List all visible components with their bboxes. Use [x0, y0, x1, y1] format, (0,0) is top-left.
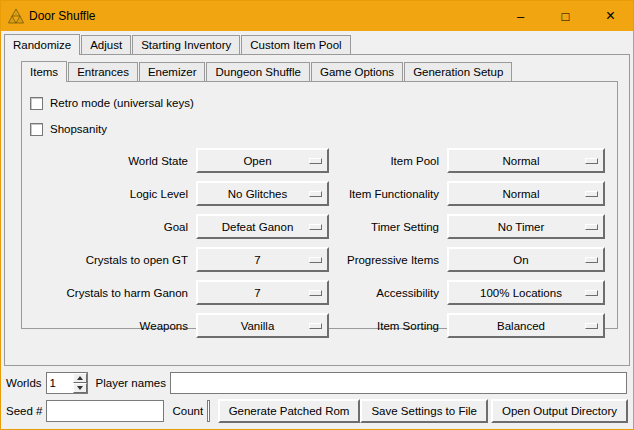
maximize-icon: □	[562, 9, 570, 24]
timer-setting-select[interactable]: No Timer	[447, 214, 605, 239]
goal-value: Defeat Ganon	[222, 221, 304, 233]
minimize-button[interactable]: –	[498, 1, 543, 31]
goal-row: Goal Defeat Ganon	[28, 214, 329, 239]
player-names-input[interactable]	[170, 372, 627, 394]
crystals-ganon-value: 7	[254, 287, 270, 299]
weapons-value: Vanilla	[241, 320, 285, 332]
logic-level-select[interactable]: No Glitches	[196, 181, 329, 206]
close-button[interactable]: ×	[588, 1, 633, 31]
checkbox-retro-mode[interactable]: Retro mode (universal keys)	[30, 92, 617, 114]
goal-select[interactable]: Defeat Ganon	[196, 214, 329, 239]
item-pool-label: Item Pool	[329, 155, 447, 167]
player-names-label: Player names	[96, 377, 166, 389]
checkbox-retro-mode-label: Retro mode (universal keys)	[50, 97, 194, 109]
item-sorting-select[interactable]: Balanced	[447, 313, 605, 338]
worlds-spin-arrows	[73, 373, 87, 393]
dropdown-indicator-icon	[309, 323, 322, 329]
dropdown-indicator-icon	[585, 191, 598, 197]
randomize-pane: Items Entrances Enemizer Dungeon Shuffle…	[4, 54, 630, 366]
checkbox-box-icon	[30, 97, 43, 110]
dropdown-indicator-icon	[309, 191, 322, 197]
tab-randomize[interactable]: Randomize	[4, 34, 80, 55]
goal-label: Goal	[28, 221, 196, 233]
open-output-directory-button[interactable]: Open Output Directory	[491, 399, 628, 423]
generate-patched-rom-button[interactable]: Generate Patched Rom	[218, 399, 361, 423]
tab-generation-setup[interactable]: Generation Setup	[404, 62, 512, 81]
item-sorting-row: Item Sorting Balanced	[329, 313, 605, 338]
tab-game-options[interactable]: Game Options	[311, 62, 403, 81]
seed-label: Seed #	[6, 405, 42, 417]
tab-starting-inventory[interactable]: Starting Inventory	[132, 35, 240, 54]
item-pool-value: Normal	[502, 155, 549, 167]
timer-setting-value: No Timer	[498, 221, 555, 233]
timer-setting-label: Timer Setting	[329, 221, 447, 233]
window-title: Door Shuffle	[29, 9, 96, 23]
worlds-input[interactable]	[47, 373, 73, 393]
accessibility-value: 100% Locations	[480, 287, 572, 299]
count-input[interactable]	[208, 401, 209, 421]
save-settings-button[interactable]: Save Settings to File	[360, 399, 487, 423]
item-functionality-select[interactable]: Normal	[447, 181, 605, 206]
accessibility-label: Accessibility	[329, 287, 447, 299]
accessibility-row: Accessibility 100% Locations	[329, 280, 605, 305]
item-sorting-label: Item Sorting	[329, 320, 447, 332]
tab-enemizer[interactable]: Enemizer	[139, 62, 206, 81]
maximize-button[interactable]: □	[543, 1, 588, 31]
progressive-items-select[interactable]: On	[447, 247, 605, 272]
dropdown-indicator-icon	[585, 323, 598, 329]
logic-level-label: Logic Level	[28, 188, 196, 200]
world-state-select[interactable]: Open	[196, 148, 329, 173]
worlds-spinbox[interactable]	[46, 372, 88, 394]
worlds-spin-up-button[interactable]	[73, 373, 87, 383]
titlebar[interactable]: Door Shuffle – □ ×	[1, 1, 633, 31]
item-functionality-row: Item Functionality Normal	[329, 181, 605, 206]
logic-level-row: Logic Level No Glitches	[28, 181, 329, 206]
dropdown-indicator-icon	[309, 224, 322, 230]
weapons-label: Weapons	[28, 320, 196, 332]
accessibility-select[interactable]: 100% Locations	[447, 280, 605, 305]
count-spinbox[interactable]	[207, 400, 209, 422]
crystals-ganon-select[interactable]: 7	[196, 280, 329, 305]
down-arrow-icon	[77, 386, 83, 390]
weapons-select[interactable]: Vanilla	[196, 313, 329, 338]
world-state-value: Open	[243, 155, 281, 167]
seed-row: Seed # Count Generate Patched Rom Save S…	[6, 399, 628, 423]
tab-entrances[interactable]: Entrances	[68, 62, 138, 81]
door-shuffle-window: Door Shuffle – □ × Randomize Adjust Star…	[0, 0, 634, 430]
item-functionality-value: Normal	[502, 188, 549, 200]
progressive-items-label: Progressive Items	[329, 254, 447, 266]
close-icon: ×	[606, 7, 615, 25]
tab-items[interactable]: Items	[21, 61, 67, 82]
weapons-row: Weapons Vanilla	[28, 313, 329, 338]
world-state-row: World State Open	[28, 148, 329, 173]
world-state-label: World State	[28, 155, 196, 167]
timer-setting-row: Timer Setting No Timer	[329, 214, 605, 239]
up-arrow-icon	[77, 376, 83, 380]
item-pool-select[interactable]: Normal	[447, 148, 605, 173]
right-options-column: Item Pool Normal Item Functionality Norm…	[329, 148, 605, 346]
crystals-gt-select[interactable]: 7	[196, 247, 329, 272]
crystals-ganon-label: Crystals to harm Ganon	[28, 287, 196, 299]
checkbox-shopsanity[interactable]: Shopsanity	[30, 118, 617, 140]
seed-input[interactable]	[46, 400, 164, 422]
app-icon	[8, 8, 24, 24]
crystals-gt-label: Crystals to open GT	[28, 254, 196, 266]
main-tab-bar: Randomize Adjust Starting Inventory Cust…	[4, 34, 633, 54]
dropdown-indicator-icon	[585, 290, 598, 296]
checkbox-box-icon	[30, 123, 43, 136]
crystals-gt-value: 7	[254, 254, 270, 266]
worlds-spin-down-button[interactable]	[73, 383, 87, 393]
dropdown-indicator-icon	[585, 257, 598, 263]
tab-adjust[interactable]: Adjust	[81, 35, 131, 54]
left-options-column: World State Open Logic Level No Glitches	[28, 148, 329, 346]
items-pane: Retro mode (universal keys) Shopsanity W…	[21, 81, 618, 329]
crystals-gt-row: Crystals to open GT 7	[28, 247, 329, 272]
sub-tab-bar: Items Entrances Enemizer Dungeon Shuffle…	[21, 61, 629, 81]
item-functionality-label: Item Functionality	[329, 188, 447, 200]
tab-custom-item-pool[interactable]: Custom Item Pool	[241, 35, 350, 54]
count-label: Count	[172, 405, 203, 417]
worlds-row: Worlds Player names	[6, 371, 628, 395]
dropdown-indicator-icon	[309, 290, 322, 296]
dropdown-indicator-icon	[585, 158, 598, 164]
tab-dungeon-shuffle[interactable]: Dungeon Shuffle	[206, 62, 309, 81]
